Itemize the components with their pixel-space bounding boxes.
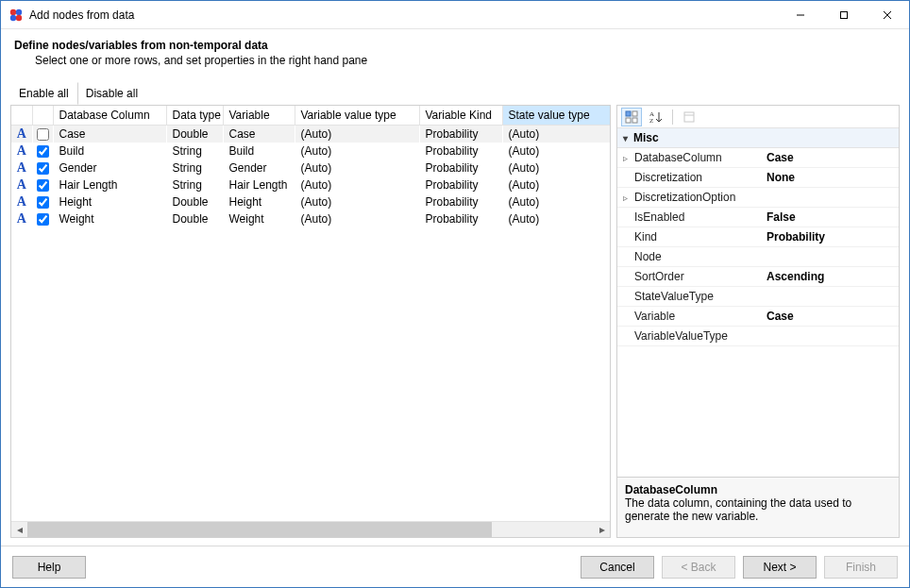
col-variable[interactable]: Variable — [223, 106, 295, 126]
horizontal-scrollbar[interactable]: ◂ ▸ — [11, 521, 610, 537]
cell-variable-kind: Probability — [419, 126, 502, 143]
property-value[interactable]: Ascending — [761, 267, 899, 286]
variable-type-icon: A — [17, 177, 26, 192]
row-enable-checkbox[interactable] — [37, 213, 49, 226]
svg-text:Z: Z — [649, 117, 653, 124]
close-button[interactable] — [866, 1, 909, 28]
variable-type-icon: A — [17, 194, 26, 209]
property-row[interactable]: IsEnabledFalse — [617, 208, 899, 227]
cell-data-type: Double — [166, 210, 223, 227]
cell-state-value-type: (Auto) — [502, 210, 610, 227]
toolbar: Enable all Disable all — [10, 82, 900, 105]
cell-variable-kind: Probability — [419, 176, 502, 193]
property-key: Kind — [632, 227, 761, 246]
back-button[interactable]: < Back — [662, 556, 735, 579]
property-value[interactable]: None — [761, 168, 899, 187]
property-value[interactable]: Case — [761, 307, 899, 326]
property-value[interactable]: Case — [761, 148, 899, 167]
svg-rect-5 — [841, 11, 848, 18]
col-database-column[interactable]: Database Column — [53, 106, 166, 126]
property-value[interactable] — [761, 194, 899, 200]
row-enable-checkbox[interactable] — [37, 179, 49, 192]
property-row[interactable]: KindProbability — [617, 227, 899, 247]
col-icon[interactable] — [11, 106, 32, 126]
property-value[interactable]: False — [761, 208, 899, 227]
maximize-button[interactable] — [822, 1, 866, 28]
cell-variable: Build — [223, 143, 295, 160]
table-row[interactable]: ACaseDoubleCase(Auto)Probability(Auto)As… — [11, 126, 610, 143]
table-row[interactable]: AGenderStringGender(Auto)Probability(Aut… — [11, 160, 610, 176]
scroll-track[interactable] — [27, 522, 594, 537]
cell-data-type: String — [166, 160, 223, 176]
disable-all-button[interactable]: Disable all — [77, 82, 146, 105]
cell-data-type: String — [166, 176, 223, 193]
categorized-icon[interactable] — [621, 108, 642, 126]
property-description-title: DatabaseColumn — [625, 483, 891, 496]
property-row[interactable]: ▹DiscretizationOption — [617, 188, 899, 208]
svg-point-1 — [16, 8, 22, 14]
dialog-window: Add nodes from data Define nodes/variabl… — [0, 0, 910, 588]
col-data-type[interactable]: Data type — [166, 106, 223, 126]
cell-variable-value-type: (Auto) — [295, 126, 419, 143]
property-row[interactable]: ▹DatabaseColumnCase — [617, 148, 899, 168]
col-state-value-type[interactable]: State value type — [502, 106, 610, 126]
property-value[interactable] — [761, 333, 899, 339]
scroll-thumb[interactable] — [27, 522, 492, 537]
cell-database-column: Case — [53, 126, 166, 143]
cell-variable-value-type: (Auto) — [295, 143, 419, 160]
cell-variable: Height — [223, 193, 295, 210]
alphabetical-icon[interactable]: AZ — [646, 108, 666, 126]
minimize-button[interactable] — [779, 1, 822, 28]
next-button[interactable]: Next > — [743, 556, 817, 579]
table-row[interactable]: ABuildStringBuild(Auto)Probability(Auto)… — [11, 143, 610, 160]
help-button[interactable]: Help — [12, 556, 86, 579]
row-enable-checkbox[interactable] — [37, 145, 49, 158]
cell-database-column: Gender — [53, 160, 166, 176]
property-key: Node — [632, 247, 761, 266]
footer: Help Cancel < Back Next > Finish — [1, 546, 909, 587]
property-row[interactable]: DiscretizationNone — [617, 168, 899, 188]
cell-variable-value-type: (Auto) — [295, 160, 419, 176]
svg-rect-15 — [684, 112, 694, 122]
table-header-row: Database Column Data type Variable Varia… — [11, 106, 610, 126]
col-check[interactable] — [32, 106, 53, 126]
property-row[interactable]: SortOrderAscending — [617, 267, 899, 287]
col-variable-kind[interactable]: Variable Kind — [419, 106, 502, 126]
table-row[interactable]: AHeightDoubleHeight(Auto)Probability(Aut… — [11, 193, 610, 210]
property-row[interactable]: VariableValueType — [617, 327, 899, 346]
header-subtitle: Select one or more rows, and set propert… — [35, 54, 896, 67]
cell-variable-value-type: (Auto) — [295, 210, 419, 227]
col-variable-value-type[interactable]: Variable value type — [295, 106, 419, 126]
property-key: IsEnabled — [632, 208, 761, 227]
table-row[interactable]: AHair LengthStringHair Length(Auto)Proba… — [11, 176, 610, 193]
svg-rect-11 — [632, 118, 637, 123]
row-enable-checkbox[interactable] — [37, 162, 49, 175]
svg-point-0 — [10, 8, 16, 14]
scroll-right-arrow[interactable]: ▸ — [594, 522, 610, 537]
cell-data-type: Double — [166, 126, 223, 143]
property-key: VariableValueType — [632, 327, 761, 345]
cell-variable: Case — [223, 126, 295, 143]
property-value[interactable] — [761, 294, 899, 299]
cell-state-value-type: (Auto) — [502, 193, 610, 210]
cancel-button[interactable]: Cancel — [581, 556, 654, 579]
property-body: ▾ Misc ▹DatabaseColumnCaseDiscretization… — [617, 128, 899, 477]
property-row[interactable]: StateValueType — [617, 287, 899, 307]
cell-data-type: String — [166, 143, 223, 160]
toolbar-separator — [672, 109, 673, 125]
property-value[interactable]: Probability — [761, 227, 899, 246]
enable-all-button[interactable]: Enable all — [10, 82, 77, 105]
property-category[interactable]: ▾ Misc — [617, 128, 899, 148]
finish-button[interactable]: Finish — [824, 556, 898, 579]
property-row[interactable]: VariableCase — [617, 307, 899, 327]
row-enable-checkbox[interactable] — [37, 196, 49, 209]
cell-database-column: Height — [53, 193, 166, 210]
table-row[interactable]: AWeightDoubleWeight(Auto)Probability(Aut… — [11, 210, 610, 227]
property-pages-icon[interactable] — [679, 108, 699, 126]
variable-type-icon: A — [17, 160, 26, 175]
property-value[interactable] — [761, 254, 899, 260]
row-enable-checkbox[interactable] — [37, 128, 49, 141]
scroll-left-arrow[interactable]: ◂ — [11, 522, 27, 537]
property-row[interactable]: Node — [617, 247, 899, 267]
header-title: Define nodes/variables from non-temporal… — [14, 39, 896, 52]
